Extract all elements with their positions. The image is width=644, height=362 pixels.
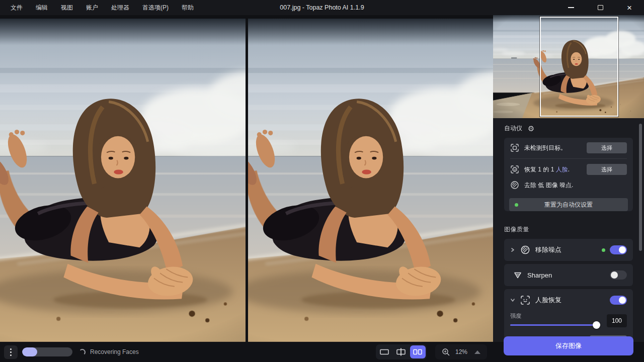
zoom-level: 12% [455,348,467,355]
remove-noise-label: 移除噪点 [535,245,561,254]
face-recovery-card: 人脸恢复 强度 100 [504,289,633,342]
panel-scrollbar[interactable] [639,124,642,251]
view-split-button[interactable] [393,345,409,358]
image-panel-right[interactable] [248,19,494,342]
navigator-viewport-rect[interactable] [540,17,618,117]
face-recovery-icon [520,295,530,305]
face-detect-icon [510,165,519,174]
split-view-icon [395,347,407,356]
zoom-control[interactable]: 12% [435,344,487,359]
remove-noise-toggle[interactable] [610,245,627,254]
strength-slider-knob[interactable] [593,321,600,329]
toggle-knob [611,272,618,279]
autopilot-title: 自动仪 [504,124,522,133]
face-recovery-label: 人脸恢复 [535,296,561,305]
gear-icon[interactable]: ⚙ [528,125,534,132]
subject-detection-row: 未检测到目标。 选择 [504,138,633,158]
queue-menu-button[interactable] [4,345,18,359]
noise-icon [510,180,519,190]
side-by-side-icon [412,348,423,356]
strength-label: 强度 [510,312,602,320]
sharpen-label: Sharpen [527,272,552,279]
strength-slider-fill [510,324,596,326]
settings-scroll-area: 自动仪 ⚙ 未检测到目标。 选择 [493,118,644,342]
remove-noise-card[interactable]: 移除噪点 [504,239,633,261]
minimize-icon [568,7,574,8]
noise-detect-text: 去除 低 图像 噪点. [524,181,573,190]
face-detection-row: 恢复 1 的 1 人脸. 选择 [504,159,633,179]
progress-bar-fill [22,347,37,356]
face-recovery-header[interactable]: 人脸恢复 [510,289,627,311]
zoom-in-icon [442,348,450,356]
view-single-button[interactable] [377,345,392,358]
kebab-icon [10,348,12,350]
save-image-button[interactable]: 保存图像 [504,336,633,355]
comparison-viewer [0,15,493,342]
subject-select-button[interactable]: 选择 [587,142,627,153]
photo-after [248,19,494,342]
sharpen-toggle[interactable] [610,270,627,280]
window-title: 007.jpg - Topaz Photo AI 1.1.9 [280,4,364,11]
menu-account[interactable]: 账户 [79,0,105,15]
status-text: Recovering Faces [90,348,139,355]
menu-file[interactable]: 文件 [4,0,29,15]
menu-preferences[interactable]: 首选项(P) [136,0,175,15]
maximize-button[interactable] [586,0,615,15]
menu-processor[interactable]: 处理器 [105,0,136,15]
maximize-icon [598,5,603,10]
close-button[interactable]: × [615,0,644,15]
strength-value[interactable]: 100 [607,314,627,327]
subject-detect-icon [510,143,519,152]
app-window: 文件 编辑 视图 账户 处理器 首选项(P) 帮助 007.jpg - Topa… [0,0,644,362]
toggle-knob [619,246,626,253]
menu-edit[interactable]: 编辑 [29,0,54,15]
image-panel-left[interactable] [0,19,246,342]
progress-bar [22,347,72,356]
card-divider [510,158,627,159]
face-detect-text: 恢复 1 的 1 人脸. [524,165,570,174]
sharpen-icon [513,270,522,280]
navigator-preview[interactable] [493,15,644,118]
face-recovery-toggle[interactable] [610,296,627,305]
single-view-icon [379,348,390,356]
window-controls: × [556,0,644,15]
zoom-caret-icon[interactable] [474,350,480,354]
remove-noise-icon [520,245,530,255]
sharpen-card[interactable]: Sharpen [504,264,633,286]
reset-autopilot-button[interactable]: 重置为自动仪设置 [509,198,628,211]
autopilot-status-dot [515,203,518,207]
strength-slider[interactable] [510,324,600,326]
menu-view[interactable]: 视图 [54,0,79,15]
close-icon: × [627,4,632,12]
title-bar: 文件 编辑 视图 账户 处理器 首选项(P) 帮助 007.jpg - Topa… [0,0,644,15]
menu-bar: 文件 编辑 视图 账户 处理器 首选项(P) 帮助 [0,0,200,15]
toggle-knob [619,297,626,304]
remove-noise-status-dot [602,248,605,252]
face-select-button[interactable]: 选择 [587,164,627,175]
noise-detection-row: 去除 低 图像 噪点. [504,179,633,194]
image-quality-header: 图像质量 [493,216,644,239]
face-count-highlight: 人脸 [556,166,568,173]
view-mode-group [376,344,427,359]
menu-help[interactable]: 帮助 [175,0,200,15]
chevron-right-icon[interactable] [510,247,515,252]
photo-before [0,19,246,342]
settings-panel: 自动仪 ⚙ 未检测到目标。 选择 [493,15,644,342]
autopilot-card: 未检测到目标。 选择 恢复 1 的 1 人脸. [504,138,633,211]
subject-detect-text: 未检测到目标。 [524,144,567,152]
strength-control: 强度 100 [510,311,627,332]
autopilot-header: 自动仪 ⚙ [493,124,644,138]
minimize-button[interactable] [556,0,586,15]
view-side-by-side-button[interactable] [410,345,426,358]
chevron-down-icon[interactable] [510,298,515,303]
main-area: 自动仪 ⚙ 未检测到目标。 选择 [0,15,644,342]
spinner-icon [79,349,86,355]
